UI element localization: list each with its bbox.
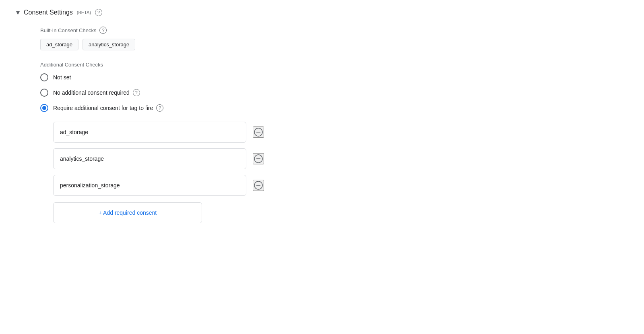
additional-label: Additional Consent Checks bbox=[40, 62, 628, 68]
beta-badge: (BETA) bbox=[77, 10, 91, 15]
radio-label-no-additional: No additional consent required ? bbox=[53, 89, 140, 96]
add-required-consent-button[interactable]: + Add required consent bbox=[53, 202, 202, 223]
remove-consent-1[interactable] bbox=[253, 153, 264, 164]
radio-label-require-additional: Require additional consent for tag to fi… bbox=[53, 104, 163, 112]
consent-input-2[interactable] bbox=[53, 175, 246, 196]
consent-list bbox=[40, 122, 628, 196]
remove-consent-0[interactable] bbox=[253, 127, 264, 138]
section-header[interactable]: ▾ Consent Settings (BETA) ? bbox=[16, 8, 628, 17]
radio-circle-no-additional[interactable] bbox=[40, 89, 48, 97]
chevron-down-icon: ▾ bbox=[16, 8, 20, 17]
consent-input-1[interactable] bbox=[53, 148, 246, 169]
radio-circle-not-set[interactable] bbox=[40, 73, 48, 81]
consent-row-2 bbox=[53, 175, 628, 196]
section-help-icon[interactable]: ? bbox=[95, 9, 102, 16]
chip-ad-storage: ad_storage bbox=[40, 39, 78, 50]
consent-row-1 bbox=[53, 148, 628, 169]
chip-analytics-storage: analytics_storage bbox=[83, 39, 135, 50]
built-in-help-icon[interactable]: ? bbox=[99, 27, 107, 34]
section-title: Consent Settings bbox=[24, 9, 73, 16]
consent-input-0[interactable] bbox=[53, 122, 246, 143]
no-additional-help-icon[interactable]: ? bbox=[133, 89, 140, 96]
radio-label-not-set: Not set bbox=[53, 74, 71, 81]
built-in-label: Built-In Consent Checks ? bbox=[40, 27, 628, 34]
radio-circle-require-additional[interactable] bbox=[40, 104, 48, 112]
require-additional-help-icon[interactable]: ? bbox=[156, 104, 163, 112]
consent-row-0 bbox=[53, 122, 628, 143]
section-content: Built-In Consent Checks ? ad_storage ana… bbox=[16, 27, 628, 223]
radio-option-not-set[interactable]: Not set bbox=[40, 73, 628, 81]
radio-option-no-additional[interactable]: No additional consent required ? bbox=[40, 89, 628, 97]
radio-option-require-additional[interactable]: Require additional consent for tag to fi… bbox=[40, 104, 628, 112]
chips-row: ad_storage analytics_storage bbox=[40, 39, 628, 50]
remove-consent-2[interactable] bbox=[253, 180, 264, 191]
radio-group: Not set No additional consent required ?… bbox=[40, 73, 628, 112]
